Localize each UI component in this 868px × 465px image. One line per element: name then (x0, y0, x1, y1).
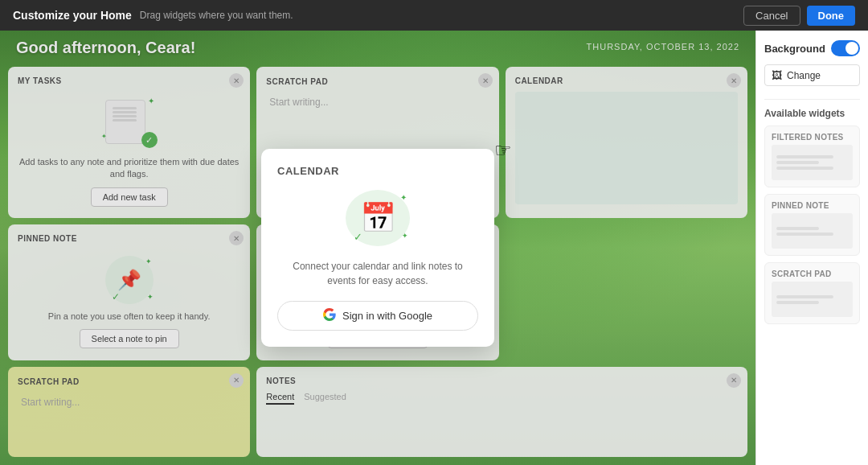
modal-desc: Connect your calendar and link notes to … (277, 259, 478, 288)
sidebar-available-title: Available widgets (764, 108, 860, 119)
change-label: Change (787, 70, 821, 81)
main-layout: Good afternoon, Ceara! THURSDAY, OCTOBER… (0, 31, 868, 465)
done-button[interactable]: Done (807, 6, 856, 26)
google-icon (323, 308, 336, 323)
toggle-knob (845, 42, 858, 55)
sidebar-background-section: Background 🖼 Change (764, 40, 860, 86)
google-btn-label: Sign in with Google (342, 310, 432, 322)
sidebar-bg-label: Background (764, 43, 825, 55)
cal-star1: ✦ (400, 193, 407, 202)
preview-line (776, 232, 833, 236)
header-left: Customize your Home Drag widgets where y… (13, 9, 293, 22)
header-subtitle: Drag widgets where you want them. (140, 10, 293, 21)
sign-in-google-button[interactable]: Sign in with Google (277, 301, 478, 331)
image-icon: 🖼 (772, 69, 782, 81)
preview-line (776, 161, 819, 164)
modal-overlay: CALENDAR 📅 ✓ ✦ ✦ Connect your calendar a… (0, 31, 755, 465)
cal-check: ✓ (354, 231, 362, 243)
page-title: Customize your Home (13, 9, 132, 22)
available-widget-filtered-notes[interactable]: FILTERED NOTES (764, 126, 860, 187)
scratch-pad-available-label: SCRATCH PAD (772, 270, 853, 278)
sidebar-bg-row: Background (764, 40, 860, 56)
modal-title: CALENDAR (277, 165, 478, 177)
modal-calendar-icon: 📅 ✓ ✦ ✦ (346, 190, 410, 246)
calendar-emoji: 📅 (360, 201, 396, 235)
modal-illustration: 📅 ✓ ✦ ✦ (277, 190, 478, 246)
sidebar: Background 🖼 Change Available widgets FI… (755, 31, 868, 465)
filtered-notes-preview (772, 145, 853, 180)
preview-line (776, 227, 819, 230)
preview-line (776, 295, 833, 298)
preview-line (776, 167, 833, 170)
pinned-note-available-label: PINNED NOTE (772, 201, 853, 210)
preview-line (776, 301, 819, 304)
sidebar-available-section: Available widgets FILTERED NOTES PINNED … (764, 108, 860, 324)
header-right: Cancel Done (743, 6, 855, 26)
preview-line (776, 155, 833, 158)
available-widget-scratch-pad[interactable]: SCRATCH PAD (764, 262, 860, 324)
header: Customize your Home Drag widgets where y… (0, 0, 868, 31)
cancel-button[interactable]: Cancel (743, 6, 800, 26)
pinned-note-preview (772, 213, 853, 249)
available-widget-pinned-note[interactable]: PINNED NOTE (764, 194, 860, 256)
cal-star2: ✦ (402, 232, 408, 240)
background-toggle[interactable] (831, 40, 860, 56)
sidebar-divider (764, 99, 860, 100)
scratch-pad-preview (772, 282, 853, 317)
calendar-modal: CALENDAR 📅 ✓ ✦ ✦ Connect your calendar a… (261, 149, 494, 347)
change-button[interactable]: 🖼 Change (764, 64, 860, 86)
filtered-notes-label: FILTERED NOTES (772, 133, 853, 142)
content-area: Good afternoon, Ceara! THURSDAY, OCTOBER… (0, 31, 755, 465)
